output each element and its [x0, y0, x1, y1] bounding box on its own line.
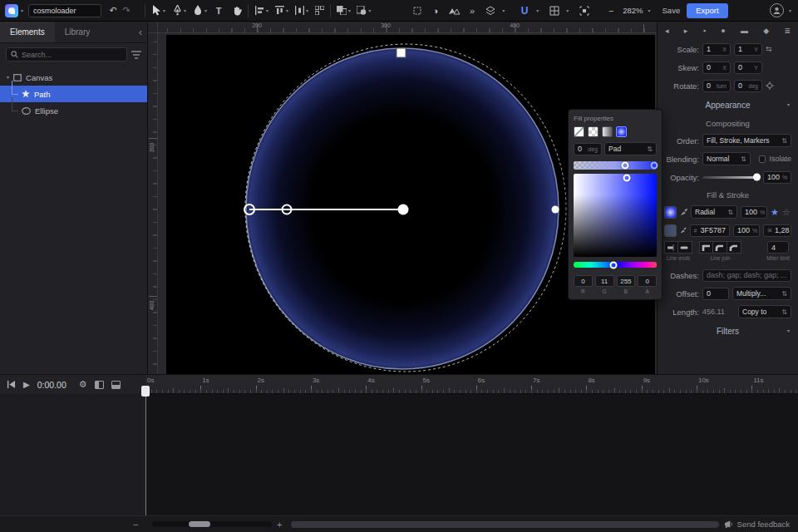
chevron-down-icon[interactable]: ▾ [368, 8, 371, 13]
offset-mode-select[interactable]: Multiply...⇅ [732, 287, 791, 300]
miter-limit-input[interactable]: 4 [767, 241, 789, 254]
frame-icon[interactable] [411, 3, 424, 18]
favorite-star-icon[interactable]: ★ [771, 208, 779, 217]
timeline-track-area[interactable] [145, 394, 798, 515]
inspector-tool-icon[interactable]: ● [721, 27, 725, 35]
transform-origin-icon[interactable] [766, 81, 774, 90]
gradient-center-handle[interactable] [398, 204, 409, 215]
app-logo-icon[interactable] [5, 4, 18, 17]
cap-round-button[interactable] [678, 241, 692, 254]
isolate-checkbox[interactable] [759, 155, 766, 163]
gradient-stop-handle[interactable] [622, 162, 629, 170]
rotate-turn-input[interactable]: 0turn [702, 80, 731, 92]
gradient-stops-bar[interactable] [574, 161, 657, 170]
chevron-down-icon[interactable]: ▾ [286, 8, 288, 13]
text-tool[interactable]: T [212, 3, 225, 18]
u-animate-tool[interactable]: U [518, 3, 531, 18]
inspector-tool-icon[interactable]: ▪ [703, 27, 706, 35]
inspector-tool-icon[interactable]: ≣ [784, 27, 791, 35]
skew-y-input[interactable]: 0Y [734, 62, 762, 74]
expand-caret-icon[interactable]: ▾ [7, 75, 9, 80]
opacity-slider-handle[interactable] [753, 174, 761, 181]
stroke-hex-input[interactable]: #3F5787 [690, 224, 730, 237]
chevron-down-icon[interactable]: ▾ [536, 8, 539, 13]
grid-icon[interactable] [548, 3, 561, 18]
chevron-down-icon[interactable]: ▾ [163, 8, 165, 13]
order-select[interactable]: Fill, Stroke, Markers⇅ [702, 134, 791, 147]
timeline-zoom-out-button[interactable]: − [133, 520, 138, 530]
gradient-stop-handle[interactable] [651, 162, 658, 170]
timeline-zoom-handle[interactable] [189, 521, 210, 527]
zoom-level[interactable]: 282% [623, 6, 643, 15]
fill-type-swatch[interactable] [574, 126, 584, 137]
timeline-zoom-slider[interactable] [152, 521, 272, 527]
skew-x-input[interactable]: 0X [702, 62, 731, 74]
stroke-color-swatch[interactable] [664, 224, 677, 237]
opacity-input[interactable]: 100% [763, 171, 791, 184]
join-bevel-button[interactable] [727, 241, 741, 254]
shape-top-handle[interactable] [397, 48, 406, 57]
stroke-opacity-input[interactable]: 100% [733, 224, 760, 237]
fill-type-select[interactable]: Radial⇅ [691, 205, 737, 219]
gradient-angle-input[interactable]: 0deg [574, 143, 602, 155]
inspector-tool-icon[interactable]: ◂ [665, 27, 669, 35]
hue-slider[interactable] [574, 262, 657, 268]
stroke-width-input[interactable]: ≣1,28 [763, 224, 791, 237]
chevron-down-icon[interactable]: ▾ [21, 8, 23, 13]
account-avatar[interactable] [770, 3, 784, 17]
link-scale-icon[interactable]: ⇆ [766, 45, 772, 53]
color-field-handle[interactable] [623, 175, 631, 182]
preview-panel-icon[interactable] [111, 381, 121, 389]
eyedropper-icon[interactable] [680, 208, 687, 216]
select-tool[interactable] [150, 3, 163, 18]
playhead-handle[interactable] [141, 386, 150, 397]
tidy-icon[interactable] [313, 3, 326, 18]
undo-button[interactable]: ↶ [106, 3, 120, 18]
mask-icon[interactable] [355, 3, 368, 18]
chevron-down-icon[interactable]: ▾ [204, 8, 207, 13]
inspector-tool-icon[interactable]: ▸ [684, 27, 688, 35]
chevrons-icon[interactable]: » [466, 3, 479, 18]
offset-input[interactable]: 0 [702, 288, 729, 300]
chevron-down-icon[interactable]: ▾ [184, 8, 186, 13]
flip-icon[interactable] [447, 3, 461, 18]
zoom-out-button[interactable]: − [604, 3, 618, 18]
channel-input[interactable]: 0 [574, 275, 593, 287]
play-button[interactable]: ▶ [23, 380, 30, 389]
channel-input[interactable]: 0 [638, 275, 657, 287]
filter-icon[interactable] [131, 51, 141, 59]
channel-input[interactable]: 255 [617, 275, 636, 287]
tab-library[interactable]: Library [55, 22, 101, 42]
project-name-input[interactable] [28, 4, 101, 17]
timeline-ruler[interactable]: 0s1s2s3s4s5s6s7s8s9s10s11s [145, 374, 798, 394]
blending-select[interactable]: Normal⇅ [702, 152, 751, 165]
saturation-brightness-field[interactable] [574, 174, 657, 257]
chevron-down-icon[interactable]: ▾ [648, 8, 651, 13]
join-miter-button[interactable] [699, 241, 713, 254]
tree-item-ellipse[interactable]: Ellipse [0, 102, 147, 119]
channel-input[interactable]: 11 [595, 275, 614, 287]
shape-right-handle[interactable] [552, 206, 559, 214]
inspector-tool-icon[interactable]: ▬ [741, 27, 748, 35]
inspector-tool-icon[interactable]: ◆ [763, 27, 769, 35]
hue-handle[interactable] [610, 261, 618, 268]
boolean-union-icon[interactable] [335, 3, 348, 18]
tree-item-canvas[interactable]: ▾ Canvas [0, 69, 147, 86]
timeline-settings-icon[interactable]: ⚙ [79, 379, 87, 390]
artboard-fit-icon[interactable] [578, 3, 591, 18]
fill-color-swatch[interactable] [664, 206, 677, 219]
redo-button[interactable]: ↷ [120, 3, 133, 18]
scale-y-input[interactable]: 1Y [734, 43, 762, 56]
chevron-down-icon[interactable]: ▾ [266, 8, 268, 13]
fill-type-swatch[interactable] [588, 126, 598, 137]
spread-method-select[interactable]: Pad⇅ [604, 142, 657, 155]
search-input[interactable] [22, 51, 122, 59]
distribute-icon[interactable] [293, 3, 306, 18]
align-top-icon[interactable] [273, 3, 286, 18]
favorite-star-outline-icon[interactable]: ☆ [782, 208, 791, 217]
join-round-button[interactable] [713, 241, 727, 254]
timeline-zoom-in-button[interactable]: + [277, 520, 282, 530]
rotate-deg-input[interactable]: 0deg [734, 80, 762, 92]
send-feedback-button[interactable]: Send feedback [724, 520, 790, 529]
tree-item-path[interactable]: Path [0, 86, 147, 102]
